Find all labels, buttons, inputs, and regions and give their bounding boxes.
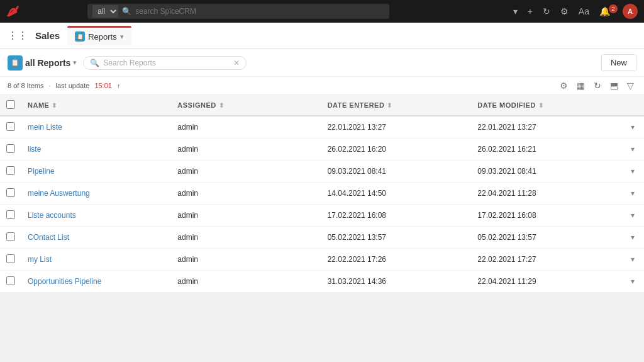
search-scope-select[interactable]: all (92, 5, 118, 18)
row-action-cell[interactable]: ▾ (621, 205, 644, 227)
row-checkbox[interactable] (6, 144, 15, 153)
export-btn[interactable]: ⬒ (608, 79, 621, 92)
add-btn[interactable]: + (525, 5, 535, 18)
refresh-btn[interactable]: ↻ (540, 5, 553, 18)
list-title-wrapper: 📋 all Reports ▾ (8, 55, 77, 71)
table-row: Opportunities Pipeline admin 31.03.2021 … (0, 271, 644, 293)
row-dropdown-button[interactable]: ▾ (628, 276, 638, 287)
row-checkbox[interactable] (6, 232, 15, 241)
global-search-input[interactable] (135, 7, 261, 16)
row-check-cell[interactable] (0, 116, 21, 139)
row-checkbox[interactable] (6, 276, 15, 285)
new-record-button[interactable]: New (601, 54, 636, 71)
row-dropdown-button[interactable]: ▾ (628, 122, 638, 133)
top-bar-actions: ▾ + ↻ ⚙ Aa 🔔 2 A (511, 4, 638, 19)
col-header-name[interactable]: NAME ⬍ (21, 95, 171, 116)
col-header-assigned[interactable]: ASSIGNED ⬍ (171, 95, 321, 116)
row-assigned-cell: admin (171, 205, 321, 227)
row-dropdown-button[interactable]: ▾ (628, 166, 638, 177)
row-name-link[interactable]: Liste accounts (28, 211, 76, 220)
search-clear-icon[interactable]: ✕ (233, 59, 240, 67)
row-name-link[interactable]: Pipeline (28, 167, 55, 176)
row-check-cell[interactable] (0, 227, 21, 249)
row-action-cell[interactable]: ▾ (621, 161, 644, 183)
row-assigned-cell: admin (171, 249, 321, 271)
row-name-link[interactable]: meine Auswertung (28, 189, 90, 198)
row-dropdown-button[interactable]: ▾ (628, 188, 638, 199)
row-check-cell[interactable] (0, 205, 21, 227)
row-date-modified-cell: 22.01.2021 13:27 (471, 116, 621, 139)
row-check-cell[interactable] (0, 249, 21, 271)
search-icon: 🔍 (122, 7, 131, 16)
col-header-action (621, 95, 644, 116)
row-check-cell[interactable] (0, 161, 21, 183)
list-search-input[interactable] (103, 59, 233, 67)
content-area: 📋 all Reports ▾ 🔍 ✕ New 8 of 8 Items · l… (0, 49, 644, 293)
select-all-checkbox[interactable] (6, 100, 15, 109)
refresh-list-btn[interactable]: ↻ (591, 79, 604, 92)
row-date-modified-cell: 22.04.2021 11:28 (471, 183, 621, 205)
font-icon-btn[interactable]: Aa (576, 5, 592, 18)
stats-bar: 8 of 8 Items · last update 15:01 ↑ ⚙ ▦ ↻… (0, 77, 644, 95)
avatar[interactable]: A (623, 4, 638, 19)
filter-btn[interactable]: ▽ (625, 79, 636, 92)
dropdown-icon-btn[interactable]: ▾ (511, 5, 520, 18)
row-date-entered-cell: 26.02.2021 16:20 (321, 139, 472, 161)
list-title: all Reports (25, 58, 70, 68)
row-dropdown-button[interactable]: ▾ (628, 210, 638, 221)
row-checkbox[interactable] (6, 210, 15, 219)
row-date-modified-cell: 26.02.2021 16:21 (471, 139, 621, 161)
table-row: COntact List admin 05.02.2021 13:57 05.0… (0, 227, 644, 249)
column-settings-btn[interactable]: ⚙ (557, 79, 570, 92)
table-row: meine Auswertung admin 14.04.2021 14:50 … (0, 183, 644, 205)
row-name-link[interactable]: mein Liste (28, 123, 62, 132)
reports-tab[interactable]: 📋 Reports ▾ (67, 26, 131, 45)
row-date-entered-cell: 22.01.2021 13:27 (321, 116, 472, 139)
row-dropdown-button[interactable]: ▾ (628, 144, 638, 155)
app-bar: ⋮⋮ Sales 📋 Reports ▾ (0, 23, 644, 49)
settings-icon-btn[interactable]: ⚙ (558, 5, 571, 18)
row-name-cell: Pipeline (21, 161, 171, 183)
row-check-cell[interactable] (0, 183, 21, 205)
row-action-cell[interactable]: ▾ (621, 227, 644, 249)
row-action-cell[interactable]: ▾ (621, 139, 644, 161)
app-title: Sales (35, 30, 60, 41)
row-date-entered-cell: 31.03.2021 14:36 (321, 271, 472, 293)
list-title-caret[interactable]: ▾ (73, 59, 77, 67)
table-header-row: NAME ⬍ ASSIGNED ⬍ DATE ENTERED ⬍ (0, 95, 644, 116)
table-row: liste admin 26.02.2021 16:20 26.02.2021 … (0, 139, 644, 161)
row-name-cell: Liste accounts (21, 205, 171, 227)
app-logo: 🌶 (6, 4, 19, 19)
row-action-cell[interactable]: ▾ (621, 116, 644, 139)
row-checkbox[interactable] (6, 166, 15, 175)
row-dropdown-button[interactable]: ▾ (628, 254, 638, 265)
col-header-date-entered[interactable]: DATE ENTERED ⬍ (321, 95, 472, 116)
row-dropdown-button[interactable]: ▾ (628, 232, 638, 243)
row-action-cell[interactable]: ▾ (621, 249, 644, 271)
list-header: 📋 all Reports ▾ 🔍 ✕ New (0, 49, 644, 77)
row-date-entered-cell: 14.04.2021 14:50 (321, 183, 472, 205)
grid-menu-icon[interactable]: ⋮⋮ (8, 30, 28, 42)
view-toggle-btn[interactable]: ▦ (574, 79, 587, 92)
row-assigned-cell: admin (171, 116, 321, 139)
col-header-date-modified[interactable]: DATE MODIFIED ⬍ (471, 95, 621, 116)
last-update-label: last update (56, 82, 90, 89)
row-assigned-cell: admin (171, 139, 321, 161)
row-check-cell[interactable] (0, 139, 21, 161)
row-action-cell[interactable]: ▾ (621, 183, 644, 205)
last-update-time[interactable]: 15:01 (94, 82, 112, 89)
row-name-link[interactable]: my List (28, 255, 52, 264)
row-action-cell[interactable]: ▾ (621, 271, 644, 293)
row-checkbox[interactable] (6, 254, 15, 263)
row-name-link[interactable]: Opportunities Pipeline (28, 277, 101, 286)
list-module-icon: 📋 (8, 55, 23, 71)
row-date-entered-cell: 09.03.2021 08:41 (321, 161, 472, 183)
col-header-check[interactable] (0, 95, 21, 116)
row-check-cell[interactable] (0, 271, 21, 293)
row-checkbox[interactable] (6, 188, 15, 197)
row-name-link[interactable]: COntact List (28, 233, 69, 242)
reports-tab-caret[interactable]: ▾ (120, 33, 124, 41)
row-name-link[interactable]: liste (28, 145, 41, 154)
row-checkbox[interactable] (6, 122, 15, 131)
row-assigned-cell: admin (171, 271, 321, 293)
